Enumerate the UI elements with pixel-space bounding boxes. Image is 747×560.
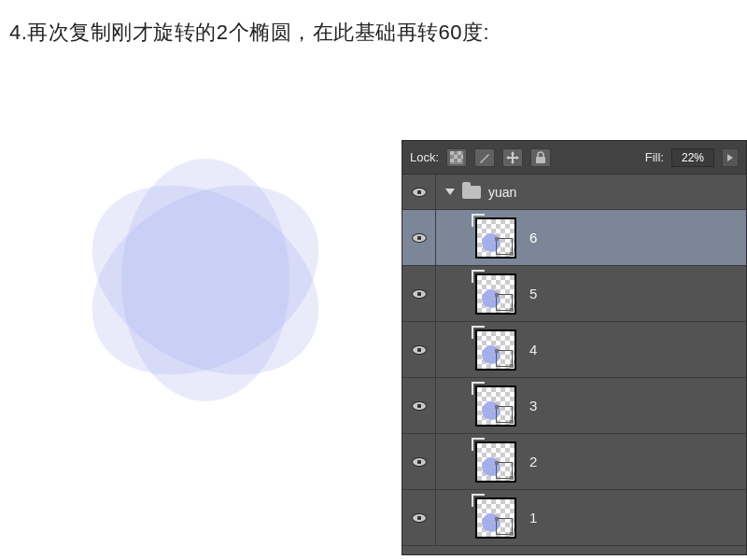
selection-corner-icon [472,326,485,339]
eye-icon [412,345,427,355]
svg-rect-3 [454,155,458,159]
layer-thumbnail[interactable] [475,329,516,371]
group-expand-toggle[interactable] [445,189,455,195]
visibility-toggle[interactable] [402,266,436,321]
layer-name-label[interactable]: 4 [529,342,537,357]
lock-icon [535,151,546,164]
layer-name-label[interactable]: 3 [529,398,537,413]
layer-row[interactable]: 3 [402,378,746,434]
layer-group-row[interactable]: yuan [402,175,746,210]
visibility-toggle[interactable] [402,378,436,433]
layer-name-label[interactable]: 6 [529,230,537,245]
brush-icon [478,151,491,164]
layer-row[interactable]: 5 [402,266,746,322]
eye-icon [412,401,427,411]
layer-thumbnail[interactable] [475,385,516,427]
svg-rect-7 [536,157,545,163]
vector-badge-icon [496,462,513,479]
layer-name-label[interactable]: 5 [529,286,537,301]
layer-thumbnail[interactable] [475,217,516,259]
selection-corner-icon [472,270,485,283]
visibility-toggle[interactable] [402,490,436,545]
layer-lock-toolbar: Lock: Fill: 22% [402,141,746,175]
vector-badge-icon [496,518,513,535]
layer-row[interactable]: 4 [402,322,746,378]
lock-position-button[interactable] [502,148,523,167]
selection-corner-icon [472,214,485,227]
visibility-toggle[interactable] [402,434,436,489]
visibility-toggle[interactable] [402,322,436,377]
vector-badge-icon [496,238,513,255]
visibility-toggle[interactable] [402,210,436,265]
eye-icon [412,188,427,197]
group-name-label[interactable]: yuan [488,185,516,200]
layer-name-label[interactable]: 2 [529,454,537,469]
layer-row[interactable]: 2 [402,434,746,490]
layer-row[interactable]: 1 [402,490,746,546]
eye-icon [412,457,427,467]
lock-label: Lock: [410,150,439,164]
svg-rect-5 [450,159,454,162]
layer-name-label[interactable]: 1 [529,510,537,525]
vector-badge-icon [496,406,513,423]
fill-dropdown-button[interactable] [722,148,739,167]
layer-thumbnail[interactable] [475,497,516,539]
layer-thumbnail[interactable] [475,273,516,315]
chevron-right-icon [726,153,734,162]
selection-corner-icon [472,382,485,395]
lock-brush-button[interactable] [474,148,495,167]
move-icon [505,150,520,165]
eye-icon [412,233,427,243]
layers-list: yuan 654321 [402,175,746,546]
lock-all-button[interactable] [530,148,551,167]
layer-row[interactable]: 6 [402,210,746,266]
svg-rect-2 [458,151,461,155]
layers-panel: Lock: Fill: 22% [402,140,747,555]
layer-thumbnail[interactable] [475,441,516,483]
vector-badge-icon [496,294,513,311]
svg-rect-1 [450,151,454,155]
folder-icon [462,186,481,199]
selection-corner-icon [472,438,485,451]
fill-value-input[interactable]: 22% [671,148,714,167]
vector-badge-icon [496,350,513,367]
visibility-toggle[interactable] [402,175,436,209]
svg-rect-4 [461,155,463,159]
svg-rect-6 [458,159,461,162]
selection-corner-icon [472,494,485,507]
checker-icon [450,151,463,164]
instruction-text: 4.再次复制刚才旋转的2个椭圆，在此基础再转60度: [9,19,489,47]
lock-transparency-button[interactable] [446,148,467,167]
document-canvas [65,140,345,420]
eye-icon [412,513,427,523]
eye-icon [412,289,427,299]
fill-label: Fill: [645,150,664,164]
